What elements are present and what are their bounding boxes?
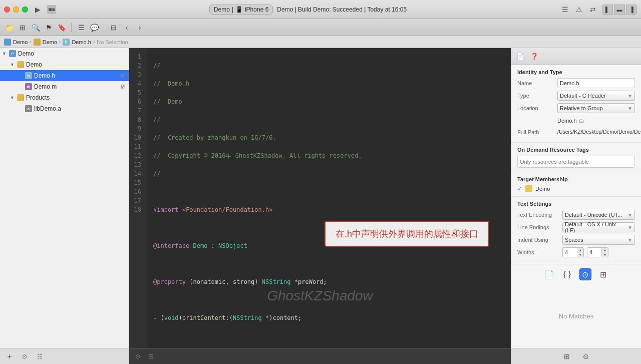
view-controls: ▌ ▬ ▐ [602,5,637,15]
maximize-button[interactable] [22,7,28,13]
scheme-separator: | [232,6,233,13]
membership-target-icon [525,185,532,192]
sidebar-badge-demo-h: M [121,73,129,79]
h-file-icon: h [25,72,32,79]
sidebar-label-demo-root: Demo [18,50,129,57]
breadcrumb-demo2[interactable]: Demo [43,39,57,45]
grid-icon[interactable]: ⊞ [17,22,28,33]
tags-input[interactable] [517,156,635,168]
sidebar-item-products[interactable]: Products [0,92,129,103]
breadcrumb-arrow-2: › [59,39,61,45]
code-editor[interactable]: 12345 678910 1112131415 161718 // // Dem… [129,48,511,348]
tab-width-input[interactable] [563,249,577,255]
tab-width-stepper: ▲ ▼ [577,248,583,257]
type-select[interactable]: Default - C Header ▼ [557,91,635,101]
minimize-button[interactable] [13,7,19,13]
toolbar-separator-2 [104,23,104,32]
code-content[interactable]: // // Demo.h // Demo // // Created by zh… [147,48,511,348]
tab-width-down[interactable]: ▼ [577,252,583,257]
back-icon[interactable]: ‹ [121,22,132,33]
grid-bottom-icon[interactable]: ⊞ [561,351,572,362]
stop-button[interactable]: ■ [47,5,56,14]
sidebar-item-libdemo[interactable]: a libDemo.a [0,103,129,114]
right-panel-header: 📄 ❓ [511,48,641,65]
indent-width-input[interactable] [587,249,601,255]
chat-icon[interactable]: 💬 [89,22,100,33]
folder-icon[interactable]: 📁 [4,22,15,33]
name-row: Name [517,78,635,88]
fullpath-row: Full Path /Users/KZ/Desktop/Demo/Demo/De… [517,128,635,136]
text-settings-section: Text Settings Text Encoding Default - Un… [511,197,641,264]
membership-demo-row: ✓ Demo [517,185,635,192]
arrows-icon[interactable]: ⇄ [588,5,598,15]
sidebar-item-demo-group[interactable]: Demo [0,59,129,70]
line-endings-select[interactable]: Default - OS X / Unix (LF) ▼ [562,222,635,232]
membership-check[interactable]: ✓ [517,185,522,192]
warning-toolbar-icon[interactable]: ⚑ [43,22,54,33]
file-plain-icon-btn[interactable]: 📄 [543,268,555,280]
encoding-select[interactable]: Default - Unicode (UT... ▼ [562,210,635,220]
forward-icon[interactable]: › [134,22,145,33]
breadcrumb-demo1[interactable]: Demo [13,39,28,45]
fullpath-value: /Users/KZ/Desktop/Demo/Demo/Demo.h 🔗 [557,128,641,136]
sidebar-bottom-right[interactable]: ☷ [34,351,45,362]
sidebar-item-demo-root[interactable]: P Demo [0,48,129,59]
breadcrumb-file-icon: h [63,39,70,46]
search-icon[interactable]: 🔍 [30,22,41,33]
location-row: Location Relative to Group ▼ [517,103,635,113]
table-icon-btn[interactable]: ⊞ [597,268,609,280]
breadcrumb-demoh[interactable]: Demo.h [72,39,91,45]
file-bracket-icon-btn[interactable]: { } [561,268,573,280]
indent-using-select[interactable]: Spaces ▼ [562,235,635,245]
scheme-selector[interactable]: Demo | 📱 iPhone 6 [209,5,273,15]
titlebar-center: Demo | 📱 iPhone 6 Demo | Build Demo: Suc… [60,5,556,15]
type-row: Type Default - C Header ▼ [517,91,635,101]
target-icon-btn[interactable]: ⊙ [579,268,591,280]
close-button[interactable] [4,7,10,13]
fullpath-label: Full Path [517,128,557,135]
widths-label: Widths [517,249,562,255]
type-arrow: ▼ [627,93,632,99]
tab-width-input-wrap: ▲ ▼ [562,247,584,257]
debug-toggle[interactable]: ▬ [614,5,625,15]
quick-help-icon[interactable]: ❓ [529,52,539,62]
editor-bottom-icon-2[interactable]: ☰ [146,352,155,361]
run-button[interactable] [32,4,43,15]
sidebar-badge-demo-m: M [121,84,129,90]
sidebar-item-demo-h[interactable]: h Demo.h M [0,70,129,81]
indent-using-label: Indent Using [517,237,562,243]
layout-icon[interactable]: ⊟ [108,22,119,33]
indent-using-arrow: ▼ [627,237,632,243]
breadcrumb-no-selection: No Selection [97,39,128,45]
name-input[interactable] [557,78,635,88]
annotation-box: 在.h中声明供外界调用的属性和接口 [325,221,489,247]
indent-width-up[interactable]: ▲ [602,248,608,252]
indent-width-stepper: ▲ ▼ [601,248,608,257]
breadcrumb-project-icon [4,39,11,46]
tag-icon[interactable]: 🔖 [56,22,67,33]
location-select[interactable]: Relative to Group ▼ [557,103,635,113]
clock-bottom-icon[interactable]: ⊙ [580,351,591,362]
add-file-icon[interactable]: + [4,351,15,362]
tab-width-up[interactable]: ▲ [577,248,583,252]
navigator-toggle[interactable]: ▌ [602,5,613,15]
list-view-icon[interactable]: ☰ [560,5,570,15]
encoding-row: Text Encoding Default - Unicode (UT... ▼ [517,210,635,220]
sidebar-label-products: Products [26,94,129,101]
traffic-lights [4,7,28,13]
filter-icon[interactable]: ⊙ [19,351,30,362]
inspector-toggle[interactable]: ▐ [626,5,637,15]
folder-browse-icon[interactable]: 🗂 [579,118,584,124]
editor-bottom-icon-1[interactable]: ⊙ [133,352,142,361]
sidebar-item-demo-m[interactable]: m Demo.m M [0,81,129,92]
indent-width-down[interactable]: ▼ [602,252,608,257]
sidebar-bottom: + ⊙ ☷ [0,348,129,364]
tree-arrow-products [10,95,15,100]
list-icon[interactable]: ☰ [76,22,87,33]
file-inspector-icon[interactable]: 📄 [515,52,525,62]
encoding-arrow: ▼ [627,212,632,218]
warning-icon[interactable]: ⚠ [574,5,584,15]
line-endings-row: Line Endings Default - OS X / Unix (LF) … [517,222,635,232]
encoding-label: Text Encoding [517,212,562,218]
group-icon [17,61,24,68]
